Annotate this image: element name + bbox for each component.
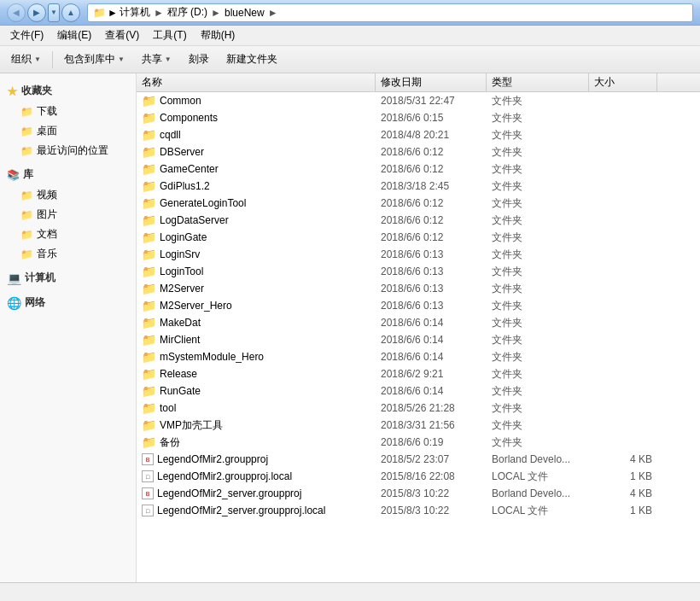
file-type: 文件夹 (487, 229, 589, 247)
table-row[interactable]: 📁 GameCenter 2018/6/6 0:12 文件夹 (137, 160, 700, 178)
col-header-date[interactable]: 修改日期 (376, 73, 487, 91)
file-date: 2018/6/6 0:15 (376, 110, 487, 125)
table-row[interactable]: 📁 GdiPlus1.2 2018/3/18 2:45 文件夹 (137, 178, 700, 195)
file-type: LOCAL 文件 (487, 502, 589, 520)
folder-icon: 📁 (142, 197, 156, 209)
library-icon: 📚 (7, 169, 20, 181)
col-header-name[interactable]: 名称 (137, 73, 376, 91)
file-date: 2018/6/6 0:12 (376, 230, 487, 245)
sidebar-item-video[interactable]: 📁 视频 (0, 185, 136, 205)
file-type: 文件夹 (487, 280, 589, 298)
toolbar-new-folder[interactable]: 新建文件夹 (219, 49, 285, 70)
toolbar-burn[interactable]: 刻录 (181, 49, 217, 70)
table-row[interactable]: 📁 LoginTool 2018/6/6 0:13 文件夹 (137, 263, 700, 280)
library-section: 📚 库 📁 视频 📁 图片 📁 文档 📁 音乐 (0, 164, 136, 264)
sidebar-item-recent[interactable]: 📁 最近访问的位置 (0, 141, 136, 160)
path-folder: blueNew (225, 7, 265, 19)
file-type: 文件夹 (487, 314, 589, 332)
file-type: 文件夹 (487, 348, 589, 366)
file-size (589, 406, 657, 410)
organize-label: 组织 (11, 52, 32, 67)
back-button[interactable]: ◀ (7, 3, 26, 22)
table-row[interactable]: 📁 Release 2018/6/2 9:21 文件夹 (137, 365, 700, 382)
burn-label: 刻录 (189, 52, 209, 67)
file-size (589, 372, 657, 376)
network-header[interactable]: 🌐 网络 (0, 292, 136, 313)
file-type: 文件夹 (487, 109, 589, 127)
file-date: 2018/6/6 0:13 (376, 281, 487, 296)
file-date: 2015/8/16 22:08 (376, 469, 487, 484)
file-date: 2018/5/26 21:28 (376, 400, 487, 416)
file-type: LOCAL 文件 (487, 468, 589, 486)
file-type: 文件夹 (487, 382, 589, 400)
file-name: 📁 LoginGate (137, 230, 376, 245)
file-name: 📁 M2Server (137, 281, 376, 296)
table-row[interactable]: □ LegendOfMir2.groupproj.local 2015/8/16… (137, 468, 700, 485)
table-row[interactable]: 📁 mSystemModule_Hero 2018/6/6 0:14 文件夹 (137, 348, 700, 365)
table-row[interactable]: 📁 DBServer 2018/6/6 0:12 文件夹 (137, 143, 700, 160)
file-type: 文件夹 (487, 126, 589, 144)
file-name: □ LegendOfMir2_server.groupproj.local (137, 503, 376, 518)
toolbar-include-library[interactable]: 包含到库中 ▼ (56, 49, 132, 70)
table-row[interactable]: 📁 M2Server_Hero 2018/6/6 0:13 文件夹 (137, 297, 700, 314)
folder-icon: 📁 (142, 146, 156, 158)
table-row[interactable]: 📁 Common 2018/5/31 22:47 文件夹 (137, 92, 700, 109)
network-label: 网络 (25, 295, 45, 310)
file-name: B LegendOfMir2.groupproj (137, 452, 376, 467)
file-name: 📁 tool (137, 400, 376, 416)
table-row[interactable]: B LegendOfMir2.groupproj 2018/5/2 23:07 … (137, 451, 700, 468)
forward-button[interactable]: ▶ (27, 3, 46, 22)
new-folder-label: 新建文件夹 (226, 52, 277, 67)
menu-help[interactable]: 帮助(H) (194, 26, 242, 44)
col-header-type[interactable]: 类型 (487, 73, 589, 91)
table-row[interactable]: 📁 tool 2018/5/26 21:28 文件夹 (137, 400, 700, 417)
menu-edit[interactable]: 编辑(E) (50, 26, 98, 44)
local-icon: □ (142, 505, 154, 516)
table-row[interactable]: □ LegendOfMir2_server.groupproj.local 20… (137, 502, 700, 519)
sidebar-item-documents[interactable]: 📁 文档 (0, 225, 136, 244)
local-icon: □ (142, 470, 154, 482)
table-row[interactable]: 📁 备份 2018/6/6 0:19 文件夹 (137, 434, 700, 451)
table-row[interactable]: 📁 LogDataServer 2018/6/6 0:12 文件夹 (137, 212, 700, 229)
file-size (589, 304, 657, 307)
file-type: 文件夹 (487, 246, 589, 264)
file-type: 文件夹 (487, 178, 589, 195)
file-date: 2018/6/6 0:13 (376, 247, 487, 262)
up-button[interactable]: ▲ (61, 3, 80, 22)
table-row[interactable]: 📁 LoginSrv 2018/6/6 0:13 文件夹 (137, 246, 700, 263)
sidebar-item-pictures[interactable]: 📁 图片 (0, 205, 136, 225)
toolbar-share[interactable]: 共享 ▼ (134, 49, 179, 70)
computer-header[interactable]: 💻 计算机 (0, 267, 136, 289)
table-row[interactable]: 📁 RunGate 2018/6/6 0:14 文件夹 (137, 382, 700, 400)
table-row[interactable]: 📁 GenerateLoginTool 2018/6/6 0:12 文件夹 (137, 195, 700, 212)
dropdown-button[interactable]: ▼ (48, 3, 60, 22)
col-header-size[interactable]: 大小 (589, 73, 657, 91)
file-list-area: 名称 修改日期 类型 大小 📁 Common 2018/5/31 22:47 文… (137, 73, 700, 582)
table-row[interactable]: 📁 VMP加壳工具 2018/3/31 21:56 文件夹 (137, 417, 700, 434)
sidebar-item-desktop[interactable]: 📁 桌面 (0, 121, 136, 141)
file-date: 2018/6/6 0:13 (376, 264, 487, 279)
file-name: 📁 MirClient (137, 332, 376, 347)
sidebar-item-music[interactable]: 📁 音乐 (0, 244, 136, 264)
computer-section: 💻 计算机 (0, 267, 136, 289)
address-bar[interactable]: 📁 ► 计算机 ► 程序 (D:) ► blueNew ► (87, 3, 693, 22)
table-row[interactable]: 📁 cqdll 2018/4/8 20:21 文件夹 (137, 126, 700, 143)
table-row[interactable]: B LegendOfMir2_server.groupproj 2015/8/3… (137, 485, 700, 502)
file-date: 2018/6/6 0:14 (376, 332, 487, 347)
table-row[interactable]: 📁 MirClient 2018/6/6 0:14 文件夹 (137, 331, 700, 348)
menu-file[interactable]: 文件(F) (3, 26, 50, 44)
table-row[interactable]: 📁 LoginGate 2018/6/6 0:12 文件夹 (137, 229, 700, 246)
file-size (589, 441, 657, 444)
toolbar-organize[interactable]: 组织 ▼ (3, 49, 49, 70)
sidebar-item-downloads[interactable]: 📁 下载 (0, 102, 136, 121)
file-size (589, 321, 657, 324)
menu-tools[interactable]: 工具(T) (146, 26, 193, 44)
bdp-icon: B (142, 487, 154, 499)
toolbar-sep-1 (52, 51, 53, 68)
table-row[interactable]: 📁 M2Server 2018/6/6 0:13 文件夹 (137, 280, 700, 297)
table-row[interactable]: 📁 MakeDat 2018/6/6 0:14 文件夹 (137, 314, 700, 331)
toolbar: 组织 ▼ 包含到库中 ▼ 共享 ▼ 刻录 新建文件夹 (0, 46, 700, 73)
table-row[interactable]: 📁 Components 2018/6/6 0:15 文件夹 (137, 109, 700, 126)
file-type: 文件夹 (487, 331, 589, 349)
menu-view[interactable]: 查看(V) (98, 26, 146, 44)
